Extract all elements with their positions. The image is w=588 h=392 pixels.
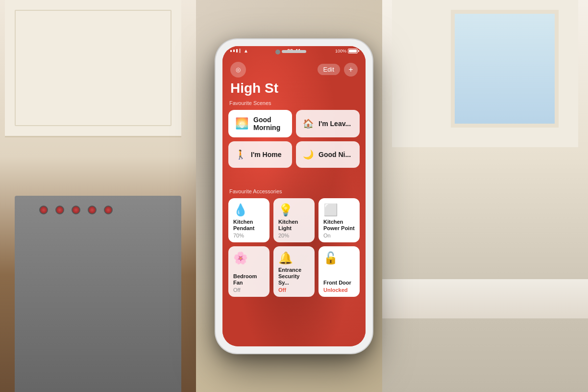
kitchen-light-icon: 💡 (278, 203, 310, 217)
good-morning-label: Good Morning (253, 116, 285, 131)
scenes-grid: 🌅 Good Morning 🏠 I'm Leav... 🚶 I'm Home (228, 110, 360, 168)
stove-area (15, 196, 181, 392)
accessories-section: Favourite Accessories 💧 Kitchen Pendant … (222, 188, 366, 297)
front-door-name: Front Door (323, 280, 355, 286)
stove-knobs (39, 206, 113, 214)
home-title: High St (230, 80, 278, 96)
knob-5 (104, 206, 113, 214)
status-right: 100% (335, 49, 358, 53)
phone-inner: ▲ 09:41 100% ◎ Edit (222, 46, 366, 346)
scenes-section: Favourite Scenes 🌅 Good Morning 🏠 I'm Le… (222, 100, 366, 168)
phone-camera (275, 50, 280, 54)
kitchen-light-status: 20% (278, 233, 310, 238)
knob-3 (72, 206, 80, 214)
entrance-security-icon: 🔔 (278, 251, 310, 265)
kitchen-pendant-name: Kitchen Pendant (233, 219, 265, 232)
battery-fill (349, 50, 357, 52)
location-button[interactable]: ◎ (230, 62, 246, 78)
im-home-icon: 🚶 (235, 149, 246, 160)
phone-outer: ▲ 09:41 100% ◎ Edit (216, 39, 372, 353)
screen: ▲ 09:41 100% ◎ Edit (222, 46, 366, 346)
scenes-section-label: Favourite Scenes (228, 100, 360, 106)
edit-button[interactable]: Edit (318, 64, 340, 75)
accessory-front-door[interactable]: 🔓 Front Door Unlocked (318, 246, 360, 297)
accessory-kitchen-powerpoint[interactable]: ⬜ Kitchen Power Point On (318, 198, 360, 242)
accessories-section-label: Favourite Accessories (228, 188, 360, 194)
signal-bar-2 (233, 50, 235, 52)
bedroom-fan-status: Off (233, 287, 265, 293)
cabinet-top-left (5, 0, 181, 137)
scene-im-leaving[interactable]: 🏠 I'm Leav... (296, 110, 360, 137)
im-leaving-icon: 🏠 (303, 118, 314, 129)
bedroom-fan-icon: 🌸 (233, 251, 265, 265)
battery-percentage: 100% (335, 49, 346, 53)
bedroom-fan-name: Bedroom Fan (233, 273, 265, 286)
front-door-status: Unlocked (323, 287, 355, 293)
window-right (451, 10, 559, 128)
phone-speaker (282, 50, 306, 53)
kitchen-powerpoint-icon: ⬜ (323, 203, 355, 217)
front-door-icon: 🔓 (323, 251, 355, 265)
im-home-label: I'm Home (251, 151, 281, 158)
header-right-buttons: Edit + (318, 63, 358, 77)
accessory-kitchen-pendant[interactable]: 💧 Kitchen Pendant 70% (228, 198, 270, 242)
accessories-grid-row1: 💧 Kitchen Pendant 70% 💡 Kitchen Light 20… (228, 198, 360, 242)
signal-bar-3 (236, 49, 238, 52)
good-morning-icon: 🌅 (235, 117, 248, 130)
kitchen-pendant-status: 70% (233, 233, 265, 238)
knob-2 (55, 206, 64, 214)
location-icon: ◎ (236, 66, 241, 73)
entrance-security-name: Entrance Security Sy... (278, 267, 310, 287)
accessory-kitchen-light[interactable]: 💡 Kitchen Light 20% (273, 198, 315, 242)
entrance-security-status: Off (278, 287, 310, 293)
knob-4 (88, 206, 97, 214)
phone-wrapper: ▲ 09:41 100% ◎ Edit (216, 39, 372, 353)
kitchen-light-name: Kitchen Light (278, 219, 310, 232)
kitchen-powerpoint-status: On (323, 233, 355, 238)
battery-icon (348, 49, 358, 53)
wifi-icon: ▲ (244, 48, 248, 53)
im-leaving-label: I'm Leav... (318, 120, 351, 128)
scene-good-night[interactable]: 🌙 Good Ni... (296, 141, 360, 168)
status-left: ▲ (230, 48, 248, 53)
kitchen-right (382, 0, 588, 392)
scene-im-home[interactable]: 🚶 I'm Home (228, 141, 292, 168)
scene-good-morning[interactable]: 🌅 Good Morning (228, 110, 292, 137)
kitchen-left (0, 0, 196, 392)
screen-header: ◎ Edit + (222, 58, 366, 81)
kitchen-pendant-icon: 💧 (233, 203, 265, 217)
signal-bar-1 (230, 50, 232, 52)
knob-1 (39, 206, 48, 214)
accessories-grid-row2: 🌸 Bedroom Fan Off 🔔 Entrance Security Sy… (228, 246, 360, 297)
accessory-bedroom-fan[interactable]: 🌸 Bedroom Fan Off (228, 246, 270, 297)
good-night-label: Good Ni... (318, 151, 351, 158)
countertop-right (382, 279, 588, 318)
kitchen-powerpoint-name: Kitchen Power Point (323, 219, 355, 232)
accessory-entrance-security[interactable]: 🔔 Entrance Security Sy... Off (273, 246, 315, 297)
signal-bar-4 (239, 49, 241, 53)
good-night-icon: 🌙 (303, 149, 314, 160)
add-button[interactable]: + (344, 63, 358, 77)
